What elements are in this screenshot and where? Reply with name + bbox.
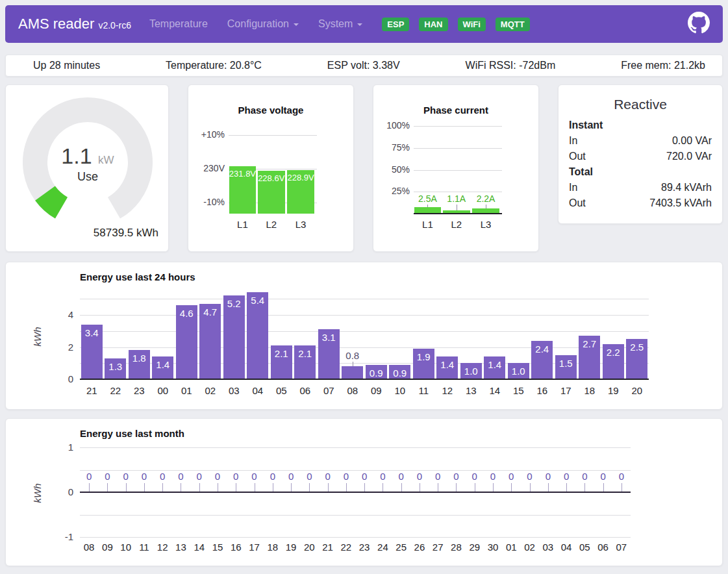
- github-icon: [688, 12, 710, 36]
- x-axis-label: 20: [300, 542, 318, 553]
- app-brand[interactable]: AMS reader v2.0-rc6: [18, 16, 131, 32]
- gauge-value-arc: [45, 193, 61, 208]
- x-axis-label: 16: [227, 542, 245, 553]
- y-axis-label: -10%: [195, 197, 225, 207]
- connection-badges: ESPHANWiFiMQTT: [382, 18, 539, 31]
- x-axis-label: 21: [80, 385, 104, 396]
- y-axis-label: 230V: [195, 163, 225, 173]
- y-gridline: [80, 331, 649, 332]
- x-axis-label: 19: [282, 542, 300, 553]
- x-axis-label: 12: [436, 385, 460, 396]
- bar-value-label: 0: [229, 471, 242, 482]
- x-axis-label: 24: [373, 542, 392, 553]
- bar-value-label: 1.4: [484, 359, 505, 370]
- bar-value-label: 0.9: [389, 368, 410, 379]
- x-axis-label: 19: [601, 385, 625, 396]
- y-axis-label: 75%: [380, 142, 410, 153]
- x-axis-label: 25: [392, 542, 410, 553]
- label-leader-line: [566, 483, 567, 492]
- x-axis-label: 02: [199, 385, 223, 396]
- bar-value-label: 0: [523, 471, 536, 482]
- bar-value-label: 0: [248, 471, 261, 482]
- label-leader-line: [530, 483, 531, 492]
- label-leader-line: [486, 205, 486, 208]
- bar-value-label: 0: [505, 471, 518, 482]
- bar-value-label: 2.1: [294, 348, 316, 359]
- bar-value-label: 0: [597, 471, 610, 482]
- x-axis-label: 22: [104, 385, 128, 396]
- label-leader-line: [353, 362, 353, 366]
- x-axis-label: L2: [443, 219, 470, 230]
- y-axis-label: 4: [54, 309, 73, 320]
- x-axis-label: 00: [151, 385, 175, 396]
- bar-value-label: 0: [138, 471, 151, 482]
- label-leader-line: [255, 483, 255, 492]
- bar-value-label: 0: [358, 471, 371, 482]
- bar-value-label: 0: [431, 471, 444, 482]
- label-leader-line: [475, 483, 475, 492]
- y-axis-label: 2: [54, 342, 73, 353]
- x-axis-baseline: [80, 379, 649, 380]
- label-leader-line: [199, 483, 200, 492]
- bar-value-label: 0: [560, 471, 573, 482]
- x-axis-label: 12: [153, 542, 171, 553]
- bar-value-label: 2.7: [579, 338, 600, 349]
- bar-value-label: 0: [542, 471, 555, 482]
- reactive-card: Reactive InstantIn0.00 VArOut720.0 VArTo…: [558, 84, 723, 224]
- chevron-down-icon: [357, 23, 362, 26]
- label-leader-line: [420, 483, 420, 492]
- reactive-row-value: 720.0 VAr: [666, 149, 712, 164]
- reactive-row-value: 0.00 VAr: [672, 133, 712, 149]
- status-badge-wifi: WiFi: [458, 18, 486, 31]
- bar-value-label: 2.1: [271, 348, 292, 359]
- y-gridline: [80, 515, 631, 516]
- label-leader-line: [438, 483, 438, 492]
- bar-value-label: 0: [82, 471, 95, 482]
- bar-value-label: 0: [211, 471, 224, 482]
- y-axis-label: +10%: [195, 129, 225, 140]
- phase-current-bar: [472, 208, 499, 213]
- x-axis-label: 16: [531, 385, 555, 396]
- status-item-1: Temperature: 20.8°C: [166, 60, 262, 71]
- bar-value-label: 0: [468, 471, 481, 482]
- reactive-row: In0.00 VAr: [569, 133, 712, 149]
- phase-current-bar: [443, 210, 470, 213]
- bar-value-label: 5.2: [223, 298, 245, 309]
- nav-item-system[interactable]: System: [318, 18, 362, 30]
- x-axis-label: 17: [245, 542, 263, 553]
- label-leader-line: [383, 483, 383, 492]
- bar-value-label: 5.4: [247, 295, 268, 306]
- x-axis-label: 14: [483, 385, 507, 396]
- reactive-row: Out720.0 VAr: [569, 149, 712, 164]
- x-axis-label: 07: [317, 385, 341, 396]
- x-axis-label: L1: [414, 219, 442, 230]
- x-axis-label: 15: [507, 385, 531, 396]
- label-leader-line: [107, 483, 108, 492]
- x-axis-label: 06: [294, 385, 318, 396]
- bar-value-label: 1.0: [460, 366, 482, 377]
- x-axis-baseline: [414, 213, 502, 214]
- bar-value-label: 1.4: [436, 359, 458, 370]
- phase-current-title: Phase current: [373, 105, 538, 116]
- y-axis-label: 50%: [380, 164, 410, 175]
- reactive-row-label: In: [569, 180, 577, 195]
- label-leader-line: [401, 483, 402, 492]
- x-axis-label: 17: [554, 385, 578, 396]
- status-badge-han: HAN: [419, 18, 447, 31]
- nav-item-temperature[interactable]: Temperature: [149, 18, 208, 30]
- nav-item-configuration[interactable]: Configuration: [227, 18, 299, 30]
- x-axis-label: 10: [388, 385, 412, 396]
- energy-24h-title: Energy use last 24 hours: [80, 271, 195, 282]
- gauge-unit: kW: [98, 154, 114, 166]
- bar-value-label: 1.1A: [440, 193, 473, 204]
- label-leader-line: [162, 483, 163, 492]
- bar-value-label: 231.8V: [229, 169, 257, 179]
- y-gridline: [80, 299, 649, 299]
- bar-value-label: 0: [193, 471, 206, 482]
- bar-value-label: 0: [284, 471, 297, 482]
- bar-value-label: 0: [395, 471, 408, 482]
- gauge-label: Use: [6, 170, 169, 184]
- github-link[interactable]: [688, 12, 710, 36]
- x-axis-label: 26: [410, 542, 429, 553]
- x-axis-label: 11: [135, 542, 153, 553]
